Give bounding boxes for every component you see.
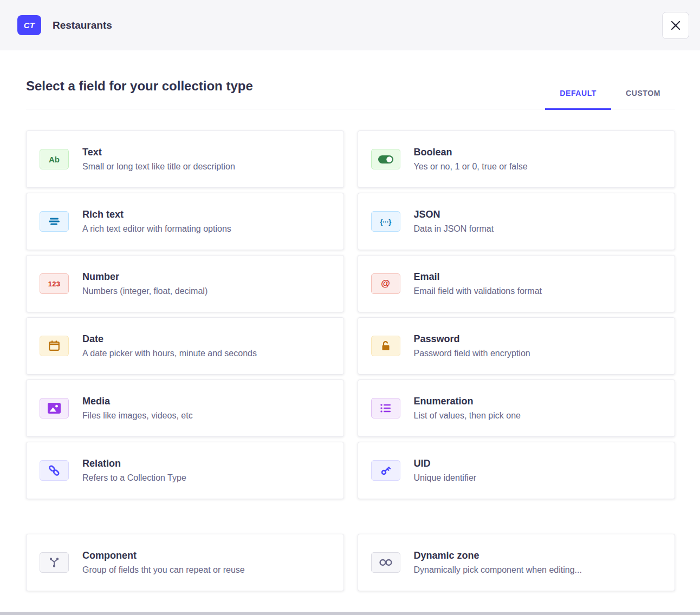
braces-icon: {···} bbox=[371, 211, 400, 232]
advanced-field-grid: Component Group of fields tht you can re… bbox=[26, 534, 675, 591]
collection-type-badge: CT bbox=[17, 15, 41, 35]
field-description: Unique identifier bbox=[414, 473, 477, 483]
field-description: Data in JSON format bbox=[414, 224, 494, 234]
field-card-boolean[interactable]: Boolean Yes or no, 1 or 0, true or false bbox=[358, 130, 676, 188]
field-title: Text bbox=[82, 147, 235, 159]
close-icon bbox=[670, 19, 682, 31]
field-description: Small or long text like title or descrip… bbox=[82, 161, 235, 172]
field-card-relation[interactable]: Relation Refers to a Collection Type bbox=[26, 442, 344, 499]
lock-icon bbox=[371, 336, 400, 356]
field-description: A date picker with hours, minute and sec… bbox=[82, 348, 257, 358]
picture-icon bbox=[40, 398, 69, 418]
field-title: Enumeration bbox=[414, 396, 521, 408]
field-description: List of values, then pick one bbox=[414, 410, 521, 421]
tab-bar: DEFAULT CUSTOM bbox=[545, 89, 675, 109]
field-card-email[interactable]: @ Email Email field with validations for… bbox=[358, 255, 676, 312]
page-title: Select a field for your collection type bbox=[26, 78, 253, 109]
field-card-number[interactable]: 123 Number Numbers (integer, float, deci… bbox=[26, 255, 344, 312]
branch-icon bbox=[40, 552, 69, 573]
field-title: Number bbox=[82, 271, 208, 283]
field-card-date[interactable]: Date A date picker with hours, minute an… bbox=[26, 317, 344, 375]
field-description: Email field with validations format bbox=[414, 286, 542, 296]
field-description: Numbers (integer, float, decimal) bbox=[82, 286, 208, 296]
field-grid: Ab Text Small or long text like title or… bbox=[26, 130, 675, 499]
modal-header: CT Restaurants bbox=[0, 0, 700, 50]
chain-icon bbox=[40, 460, 69, 481]
tab-custom[interactable]: CUSTOM bbox=[611, 89, 675, 110]
field-description: Dynamically pick component when editing.… bbox=[414, 565, 582, 575]
calendar-icon bbox=[40, 336, 69, 356]
123-icon: 123 bbox=[40, 273, 69, 294]
toggle-icon bbox=[371, 149, 400, 169]
infinity-icon bbox=[371, 552, 400, 573]
bottom-page-edge bbox=[0, 612, 700, 615]
text-lines-icon bbox=[40, 211, 69, 232]
ab-icon: Ab bbox=[40, 149, 69, 169]
field-card-text[interactable]: Ab Text Small or long text like title or… bbox=[26, 130, 344, 188]
field-card-enumeration[interactable]: Enumeration List of values, then pick on… bbox=[358, 380, 676, 437]
list-icon bbox=[371, 398, 400, 418]
field-description: Files like images, videos, etc bbox=[82, 410, 193, 421]
field-description: Group of fields tht you can repeat or re… bbox=[82, 565, 245, 575]
field-title: JSON bbox=[414, 209, 494, 221]
field-card-dynamic-zone[interactable]: Dynamic zone Dynamically pick component … bbox=[358, 534, 676, 591]
field-title: Relation bbox=[82, 458, 186, 470]
field-title: Component bbox=[82, 550, 245, 562]
field-title: Email bbox=[414, 271, 542, 283]
field-title: Password bbox=[414, 333, 530, 345]
field-title: Boolean bbox=[414, 147, 528, 159]
modal-body: Select a field for your collection type … bbox=[0, 50, 700, 591]
tab-default[interactable]: DEFAULT bbox=[545, 89, 611, 110]
field-card-uid[interactable]: UID Unique identifier bbox=[358, 442, 676, 499]
field-card-json[interactable]: {···} JSON Data in JSON format bbox=[358, 193, 676, 250]
field-card-component[interactable]: Component Group of fields tht you can re… bbox=[26, 534, 344, 591]
field-card-password[interactable]: Password Password field with encryption bbox=[358, 317, 676, 375]
collection-name-title: Restaurants bbox=[53, 19, 112, 31]
field-card-media[interactable]: Media Files like images, videos, etc bbox=[26, 380, 344, 437]
field-description: A rich text editor with formating option… bbox=[82, 224, 231, 234]
field-title: Dynamic zone bbox=[414, 550, 582, 562]
field-title: Media bbox=[82, 396, 193, 408]
field-description: Password field with encryption bbox=[414, 348, 530, 358]
field-description: Refers to a Collection Type bbox=[82, 473, 186, 483]
field-card-rich-text[interactable]: Rich text A rich text editor with format… bbox=[26, 193, 344, 250]
at-icon: @ bbox=[371, 273, 400, 294]
key-icon bbox=[371, 460, 400, 481]
field-title: Date bbox=[82, 333, 257, 345]
field-title: UID bbox=[414, 458, 477, 470]
title-and-tabs-row: Select a field for your collection type … bbox=[26, 78, 675, 109]
close-button[interactable] bbox=[662, 12, 689, 39]
field-description: Yes or no, 1 or 0, true or false bbox=[414, 161, 528, 172]
field-title: Rich text bbox=[82, 209, 231, 221]
